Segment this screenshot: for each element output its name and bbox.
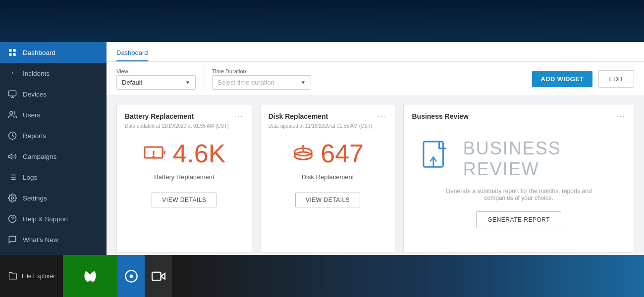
taskbar-bottom: File Explorer (0, 255, 644, 297)
battery-stat: 4.6K (125, 139, 244, 168)
add-widget-button[interactable]: ADD WIDGET (532, 71, 593, 87)
disk-widget-date: Data updated at 11/19/2020 at 01:55 AM (… (268, 123, 387, 129)
sidebar-item-logs[interactable]: Logs (0, 167, 107, 188)
help-circle-icon (8, 214, 17, 223)
battery-widget-title: Battery Replacement (125, 112, 194, 120)
sidebar-item-whatsnew[interactable]: What's New (0, 229, 107, 250)
widgets-area: Battery Replacement ··· Data updated at … (107, 96, 644, 255)
users-icon (8, 110, 17, 119)
toolbar: View Default ▼ Time Duration Select time… (107, 62, 644, 96)
clock-icon (8, 131, 17, 140)
time-duration-select-group: Time Duration Select time duration ▼ (212, 68, 311, 90)
battery-stat-number: 4.6K (172, 139, 225, 168)
sidebar-item-users-label: Users (23, 111, 40, 119)
battery-widget-date: Data updated at 11/19/2020 at 01:55 AM (… (125, 123, 244, 129)
main-content: Dashboard View Default ▼ Time Duration S… (107, 42, 644, 255)
sidebar-item-users[interactable]: Users (0, 104, 107, 125)
grid-icon (8, 48, 17, 57)
br-ellipsis-icon[interactable]: ··· (616, 112, 626, 121)
gear-icon (8, 194, 17, 202)
br-content: BUSINESS REVIEW Generate a summary repor… (412, 123, 626, 243)
disk-alert-icon (292, 141, 315, 166)
edit-button[interactable]: EDIT (598, 70, 634, 88)
br-widget-title: Business Review (412, 112, 468, 120)
time-duration-label: Time Duration (212, 68, 311, 74)
monitor-icon (8, 90, 17, 99)
disk-replacement-widget: Disk Replacement ··· Data updated at 11/… (260, 104, 396, 252)
svg-point-19 (11, 197, 14, 199)
alert-triangle-icon (8, 69, 17, 78)
battery-replacement-widget: Battery Replacement ··· Data updated at … (116, 104, 252, 252)
sidebar-item-settings[interactable]: Settings (0, 188, 107, 208)
time-duration-chevron-icon: ▼ (301, 80, 306, 85)
svg-point-10 (10, 111, 13, 114)
svg-marker-12 (9, 154, 12, 159)
time-duration-placeholder: Select time duration (217, 79, 274, 86)
sidebar-item-whatsnew-label: What's New (23, 236, 58, 244)
sidebar-item-reports[interactable]: Reports (0, 125, 107, 146)
groove-music-tile[interactable] (117, 255, 145, 297)
xbox-tile[interactable] (63, 255, 117, 297)
main-layout: Dashboard Incidents Devices (0, 42, 644, 255)
movies-icon (152, 269, 165, 283)
svg-point-33 (129, 274, 133, 278)
battery-widget-header: Battery Replacement ··· (125, 112, 244, 121)
dashboard-header: Dashboard (107, 42, 644, 62)
sidebar-item-dashboard-label: Dashboard (23, 49, 55, 56)
br-description: Generate a summary report for the months… (444, 188, 593, 201)
sidebar-item-devices[interactable]: Devices (0, 84, 107, 104)
view-label: View (116, 68, 196, 74)
disk-widget-header: Disk Replacement ··· (268, 112, 387, 121)
view-select-group: View Default ▼ (116, 68, 196, 90)
movies-tv-tile[interactable] (145, 255, 172, 297)
business-review-widget: Business Review ··· BUSINESS REVIEW (403, 104, 634, 252)
sidebar-item-campaigns-label: Campaigns (23, 153, 56, 160)
svg-rect-7 (9, 91, 16, 96)
svg-point-28 (303, 146, 304, 147)
sidebar-item-settings-label: Settings (23, 195, 47, 202)
view-value: Default (122, 79, 142, 86)
view-select[interactable]: Default ▼ (116, 75, 196, 90)
taskbar-right-area (172, 255, 644, 297)
top-bar (0, 0, 644, 42)
announcement-icon (8, 235, 17, 244)
svg-rect-2 (9, 53, 11, 56)
sidebar: Dashboard Incidents Devices (0, 42, 107, 255)
br-icon-area: BUSINESS REVIEW (422, 138, 616, 180)
svg-point-24 (153, 156, 154, 157)
sidebar-item-incidents-label: Incidents (23, 70, 50, 77)
dashboard-tab[interactable]: Dashboard (116, 46, 148, 61)
disk-stat-number: 647 (321, 139, 364, 168)
view-chevron-icon: ▼ (185, 80, 190, 85)
sidebar-item-incidents[interactable]: Incidents (0, 63, 107, 84)
disk-stat-label: Disk Replacement (268, 173, 387, 181)
sidebar-item-dashboard[interactable]: Dashboard (0, 42, 107, 63)
svg-rect-0 (9, 49, 11, 51)
battery-view-details-button[interactable]: VIEW DETAILS (152, 193, 216, 207)
sidebar-item-reports-label: Reports (23, 132, 46, 140)
generate-report-button[interactable]: GENERATE REPORT (476, 211, 561, 228)
svg-rect-3 (13, 53, 16, 56)
svg-marker-34 (161, 273, 165, 279)
file-explorer-label: File Explorer (22, 273, 55, 280)
disk-ellipsis-icon[interactable]: ··· (377, 112, 387, 121)
battery-ellipsis-icon[interactable]: ··· (234, 112, 243, 121)
groove-music-icon (124, 269, 138, 283)
br-main-title: BUSINESS REVIEW (463, 138, 616, 180)
sidebar-item-campaigns[interactable]: Campaigns (0, 146, 107, 167)
battery-stat-label: Battery Replacement (125, 173, 244, 181)
time-duration-select[interactable]: Select time duration ▼ (212, 75, 311, 90)
sidebar-item-devices-label: Devices (23, 91, 47, 98)
svg-rect-35 (152, 272, 161, 280)
disk-view-details-button[interactable]: VIEW DETAILS (295, 193, 360, 207)
file-explorer-icon (8, 271, 18, 281)
document-upload-icon (422, 139, 451, 179)
sidebar-item-help-label: Help & Support (23, 215, 68, 223)
disk-stat: 647 (268, 139, 387, 168)
file-explorer-taskbar-item[interactable]: File Explorer (0, 271, 63, 281)
megaphone-icon (8, 152, 17, 161)
taskbar-tiles (63, 255, 172, 297)
disk-widget-title: Disk Replacement (268, 112, 328, 120)
br-widget-header: Business Review ··· (412, 112, 626, 121)
sidebar-item-help[interactable]: Help & Support (0, 208, 107, 229)
